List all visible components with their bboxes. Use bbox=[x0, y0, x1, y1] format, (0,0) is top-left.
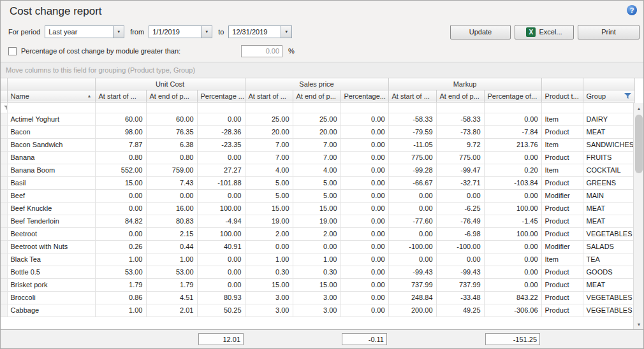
table-row[interactable]: Beef Knuckle0.0016.00100.0015.0015.000.0… bbox=[1, 202, 634, 215]
filter-cell[interactable] bbox=[146, 102, 197, 113]
table-row[interactable]: Bacon Sandwich7.876.38-23.357.007.000.00… bbox=[1, 138, 634, 151]
table-row[interactable]: Banana0.800.800.007.007.000.00775.00775.… bbox=[1, 151, 634, 164]
excel-icon: X bbox=[526, 27, 536, 37]
update-button[interactable]: Update bbox=[450, 25, 511, 39]
scroll-up-icon[interactable]: ▲ bbox=[634, 103, 643, 113]
filter-cell[interactable] bbox=[245, 102, 293, 113]
column-header-group[interactable]: Group bbox=[583, 90, 634, 102]
filter-cell[interactable] bbox=[340, 102, 388, 113]
row-indicator bbox=[1, 266, 7, 278]
table-row[interactable]: Brisket pork1.791.790.0015.0015.000.0073… bbox=[1, 278, 634, 291]
scroll-down-icon[interactable]: ▼ bbox=[634, 319, 643, 329]
total-markup-percentage: -151.25 bbox=[485, 333, 540, 345]
auto-filter-row bbox=[1, 102, 634, 113]
to-date-select[interactable]: 12/31/2019 ▼ bbox=[228, 25, 292, 38]
filter-cell[interactable] bbox=[95, 102, 146, 113]
period-select[interactable]: Last year ▼ bbox=[45, 25, 124, 38]
column-header-name[interactable]: Name ▲ bbox=[7, 90, 95, 102]
filter-cell[interactable] bbox=[541, 102, 583, 113]
cost-change-report-window: Cost change report ? For period Last yea… bbox=[0, 0, 644, 349]
cell-markup-end: -6.25 bbox=[436, 202, 484, 215]
band-sales-price[interactable]: Sales price bbox=[245, 78, 388, 90]
table-row[interactable]: Beef0.000.000.005.005.000.000.000.000.00… bbox=[1, 189, 634, 202]
chevron-down-icon[interactable]: ▼ bbox=[281, 26, 291, 38]
band-markup[interactable]: Markup bbox=[388, 78, 541, 90]
cell-unitcost-end: 0.80 bbox=[146, 151, 197, 164]
chevron-down-icon[interactable]: ▼ bbox=[113, 26, 124, 38]
cell-markup-end: 0.00 bbox=[436, 189, 484, 202]
table-row[interactable]: Actimel Yoghurt60.0060.000.0025.0025.000… bbox=[1, 113, 634, 125]
cell-name: Beef bbox=[7, 189, 95, 202]
scrollbar-thumb[interactable] bbox=[635, 115, 643, 173]
row-indicator bbox=[1, 176, 7, 189]
filter-cell[interactable] bbox=[7, 102, 95, 113]
help-icon[interactable]: ? bbox=[627, 5, 637, 15]
table-row[interactable]: Black Tea1.001.000.001.001.000.000.000.0… bbox=[1, 253, 634, 266]
vertical-scrollbar[interactable]: ▲ ▼ bbox=[633, 103, 643, 329]
column-header-unitcost-end[interactable]: At end of p... bbox=[146, 90, 197, 102]
cell-markup-end: -99.47 bbox=[436, 164, 484, 176]
cell-salesprice-start: 5.00 bbox=[245, 176, 293, 189]
cell-salesprice-start: 3.00 bbox=[245, 304, 293, 317]
cell-unitcost-start: 0.00 bbox=[95, 189, 146, 202]
column-header-markup-end[interactable]: At end of p... bbox=[436, 90, 484, 102]
cell-salesprice-start: 7.00 bbox=[245, 151, 293, 164]
column-header-name-label: Name bbox=[11, 92, 29, 100]
cell-markup-start: -58.33 bbox=[388, 113, 436, 125]
table-row[interactable]: Broccoli0.864.5180.933.003.000.00248.84-… bbox=[1, 291, 634, 304]
cell-group: VEGETABLES bbox=[583, 227, 634, 240]
column-header-markup-start[interactable]: At start of ... bbox=[388, 90, 436, 102]
table-row[interactable]: Bacon98.0076.35-28.3620.0020.000.00-79.5… bbox=[1, 125, 634, 138]
threshold-checkbox[interactable] bbox=[8, 47, 17, 55]
toolbar-buttons: Update X Excel... Print bbox=[450, 25, 640, 39]
cell-salesprice-start: 15.00 bbox=[245, 202, 293, 215]
cell-name: Beef Knuckle bbox=[7, 202, 95, 215]
excel-button[interactable]: X Excel... bbox=[515, 25, 574, 39]
cell-group: COCKTAIL bbox=[583, 164, 634, 176]
table-row[interactable]: Cabbage1.002.0150.253.003.000.00200.0049… bbox=[1, 304, 634, 317]
cell-unitcost-end: 4.51 bbox=[146, 291, 197, 304]
cell-markup-pct: 100.00 bbox=[484, 227, 541, 240]
cell-markup-start: 0.00 bbox=[388, 202, 436, 215]
table-row[interactable]: Beetroot with Nuts0.260.4440.910.000.000… bbox=[1, 240, 634, 253]
cell-product-type: Item bbox=[541, 164, 583, 176]
filter-cell[interactable] bbox=[293, 102, 340, 113]
cell-salesprice-end: 5.00 bbox=[293, 176, 340, 189]
cell-unitcost-end: 0.44 bbox=[146, 240, 197, 253]
cell-product-type: Product bbox=[541, 227, 583, 240]
title-bar: Cost change report ? bbox=[1, 1, 643, 22]
band-empty bbox=[7, 78, 95, 90]
table-row[interactable]: Beetroot0.002.15100.002.002.000.000.00-6… bbox=[1, 227, 634, 240]
cell-markup-end: -33.48 bbox=[436, 291, 484, 304]
cell-markup-end: 49.25 bbox=[436, 304, 484, 317]
table-row[interactable]: Beef Tenderloin84.8280.83-4.9419.0019.00… bbox=[1, 215, 634, 227]
grouping-drop-zone[interactable]: Move columns to this field for grouping … bbox=[1, 62, 643, 78]
table-row[interactable]: Banana Boom552.00759.0027.274.004.000.00… bbox=[1, 164, 634, 176]
threshold-input[interactable] bbox=[241, 45, 282, 57]
cell-salesprice-end: 19.00 bbox=[293, 215, 340, 227]
cell-unitcost-start: 1.00 bbox=[95, 253, 146, 266]
column-header-unitcost-start[interactable]: At start of ... bbox=[95, 90, 146, 102]
column-header-salesprice-start[interactable]: At start of ... bbox=[245, 90, 293, 102]
print-button[interactable]: Print bbox=[578, 25, 640, 39]
column-header-unitcost-pct[interactable]: Percentage ... bbox=[197, 90, 245, 102]
cell-name: Beetroot with Nuts bbox=[7, 240, 95, 253]
column-header-salesprice-pct[interactable]: Percentage... bbox=[340, 90, 388, 102]
band-unit-cost[interactable]: Unit Cost bbox=[95, 78, 245, 90]
cell-name: Beetroot bbox=[7, 227, 95, 240]
filter-cell[interactable] bbox=[484, 102, 541, 113]
filter-icon[interactable] bbox=[624, 92, 631, 99]
table-row[interactable]: Basil15.007.43-101.885.005.000.00-66.67-… bbox=[1, 176, 634, 189]
column-header-product-type[interactable]: Product t... bbox=[541, 90, 583, 102]
from-date-select[interactable]: 1/1/2019 ▼ bbox=[149, 25, 212, 38]
filter-cell[interactable] bbox=[388, 102, 436, 113]
cell-markup-pct: 0.20 bbox=[484, 164, 541, 176]
chevron-down-icon[interactable]: ▼ bbox=[201, 26, 212, 38]
table-row[interactable]: Bottle 0.553.0053.000.000.300.300.00-99.… bbox=[1, 266, 634, 278]
cell-markup-end: -32.71 bbox=[436, 176, 484, 189]
filter-cell[interactable] bbox=[436, 102, 484, 113]
filter-cell[interactable] bbox=[583, 102, 634, 113]
column-header-markup-pct[interactable]: Percentage of... bbox=[484, 90, 541, 102]
column-header-salesprice-end[interactable]: At end of p... bbox=[293, 90, 340, 102]
filter-cell[interactable] bbox=[197, 102, 245, 113]
